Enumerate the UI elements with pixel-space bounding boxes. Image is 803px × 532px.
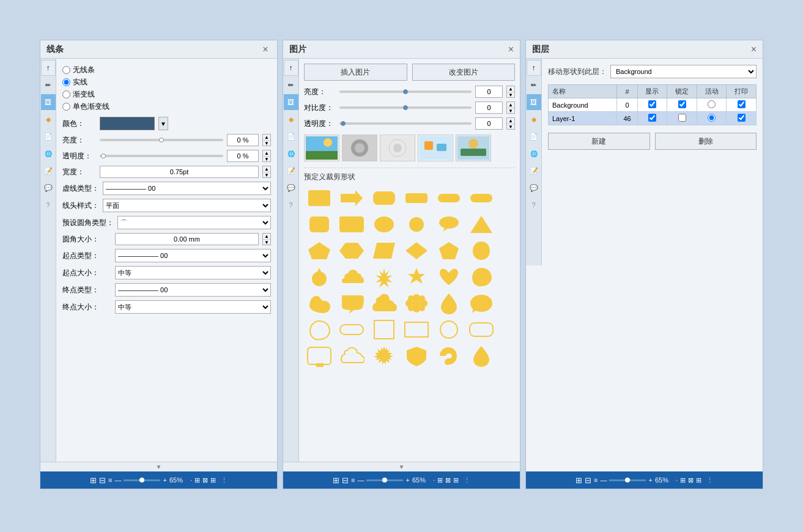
help-icon-3[interactable]: ? <box>527 197 541 213</box>
shape-wide-rounded[interactable] <box>434 186 464 210</box>
layer-1-show[interactable] <box>637 112 667 125</box>
layers-status-icon-6[interactable]: ⊠ <box>688 476 694 484</box>
layers-status-plus[interactable]: + <box>648 476 652 484</box>
shape-heart[interactable] <box>434 265 464 289</box>
new-layer-button[interactable]: 新建 <box>548 133 650 150</box>
shape-rect-outline[interactable] <box>401 317 432 342</box>
end-type-select[interactable]: —————— 00 <box>115 283 271 297</box>
img-contrast-slider[interactable] <box>339 106 472 109</box>
layers-status-icon-1[interactable]: ⊞ <box>575 476 582 485</box>
shape-circle-outline[interactable] <box>434 317 464 342</box>
shape-hexagon[interactable] <box>336 238 367 263</box>
color-swatch[interactable] <box>100 117 155 130</box>
shape-curly[interactable] <box>434 344 464 368</box>
corner-size-spin[interactable]: ▲ ▼ <box>262 233 271 245</box>
shape-circle[interactable] <box>401 212 432 237</box>
arrow-icon-2[interactable]: ↑ <box>284 60 298 76</box>
layers-status-icon-7[interactable]: ⊞ <box>696 476 701 484</box>
corner-type-select[interactable]: ⌒ <box>117 216 271 229</box>
img-status-icon-4[interactable]: · <box>433 476 435 484</box>
status-icon-3[interactable]: ≡ <box>108 476 112 484</box>
radio-gradient-line[interactable]: 渐变线 <box>62 89 271 100</box>
shape-triangle[interactable] <box>466 212 497 237</box>
layer-bg-show[interactable] <box>637 98 667 112</box>
img-status-icon-5[interactable]: ⊞ <box>437 476 443 484</box>
help-icon-1[interactable]: ? <box>41 197 56 213</box>
status-icon-6[interactable]: ⊠ <box>202 476 208 484</box>
img-opacity-slider[interactable] <box>339 122 472 125</box>
shape-stadium[interactable] <box>466 186 497 210</box>
layers-status-drag[interactable]: ⋮ <box>706 476 713 484</box>
image-icon-1[interactable]: 🖼 <box>41 94 56 110</box>
close-lines-button[interactable]: × <box>260 44 271 55</box>
thumbnail-5[interactable] <box>456 135 491 161</box>
brightness-value[interactable] <box>227 134 259 146</box>
status-icon-1[interactable]: ⊞ <box>90 476 97 485</box>
link-icon-1[interactable]: 📄 <box>41 128 56 144</box>
img-status-icon-7[interactable]: ⊞ <box>453 476 459 484</box>
image-scroll-down[interactable]: ▼ <box>283 462 520 471</box>
globe-icon-2[interactable]: 🌐 <box>284 146 298 161</box>
corner-size-value[interactable] <box>115 233 259 245</box>
change-image-button[interactable]: 改变图片 <box>412 64 516 81</box>
layers-status-icon-2[interactable]: ⊟ <box>585 476 591 485</box>
img-opacity-value[interactable] <box>475 117 503 130</box>
edit-icon-3[interactable]: 📝 <box>527 163 541 179</box>
shape-bump-rect[interactable] <box>336 212 367 237</box>
opacity-spin[interactable]: ▲ ▼ <box>262 150 271 162</box>
shape-rounded-sq[interactable] <box>304 212 335 237</box>
layer-1-active[interactable] <box>697 112 727 125</box>
status-icon-5[interactable]: ⊞ <box>194 476 200 484</box>
line-head-select[interactable]: 平面 <box>103 199 271 212</box>
shape-teardrop[interactable] <box>466 238 497 263</box>
img-status-drag[interactable]: ⋮ <box>464 476 470 484</box>
shape-cloud-outline[interactable] <box>336 344 367 368</box>
layer-bg-active[interactable] <box>697 98 727 112</box>
width-spin[interactable]: ▲ ▼ <box>262 166 271 178</box>
color-dropdown-arrow[interactable]: ▼ <box>158 117 168 130</box>
chat-icon-3[interactable]: 💬 <box>527 180 541 196</box>
thumbnail-3[interactable] <box>380 135 415 161</box>
radio-no-line[interactable]: 无线条 <box>62 65 271 75</box>
doc-icon-3[interactable]: 📄 <box>527 128 541 144</box>
shape-pentagon[interactable] <box>304 238 335 263</box>
shape-arrow[interactable] <box>336 186 367 210</box>
img-status-icon-2[interactable]: ⊟ <box>342 476 349 485</box>
arrow-icon-3[interactable]: ↑ <box>527 60 541 76</box>
status-drag[interactable]: ⋮ <box>221 476 228 484</box>
width-value[interactable] <box>100 166 259 178</box>
img-status-plus[interactable]: + <box>405 476 409 484</box>
shape-cloud[interactable] <box>336 265 367 289</box>
pencil-icon-2[interactable]: ✏ <box>284 77 298 93</box>
img-status-icon-1[interactable]: ⊞ <box>333 476 339 485</box>
shape-rounded-outline[interactable] <box>466 317 497 342</box>
shape-drop3[interactable] <box>434 291 464 316</box>
img-brightness-spin[interactable]: ▲ ▼ <box>506 86 515 98</box>
layers-status-minus[interactable]: — <box>600 476 607 484</box>
start-type-select[interactable]: —————— 00 <box>115 249 271 262</box>
shape-speech2[interactable] <box>336 291 367 316</box>
image-icon-3[interactable]: 🖼 <box>527 94 541 110</box>
shape-rounded-rect[interactable] <box>369 186 399 210</box>
shape-sq-outline[interactable] <box>369 317 399 342</box>
shape-rect[interactable] <box>304 186 335 210</box>
shape-blob-outline[interactable] <box>304 317 335 342</box>
brightness-spin[interactable]: ▲ ▼ <box>262 134 271 146</box>
edit-icon-2[interactable]: 📝 <box>284 163 298 179</box>
img-opacity-spin[interactable]: ▲ ▼ <box>506 117 515 130</box>
layer-1-lock[interactable] <box>667 112 697 125</box>
help-icon-2[interactable]: ? <box>284 197 298 213</box>
shape-icon-2[interactable]: ◆ <box>284 111 298 127</box>
shape-kidney[interactable] <box>304 291 335 316</box>
shape-concave[interactable] <box>434 238 464 263</box>
status-icon-2[interactable]: ⊟ <box>99 476 106 485</box>
thumbnail-4[interactable] <box>418 135 453 161</box>
status-icon-7[interactable]: ⊞ <box>210 476 216 484</box>
globe-icon-3[interactable]: 🌐 <box>527 146 541 161</box>
status-minus[interactable]: — <box>114 476 121 484</box>
thumbnail-1[interactable] <box>304 135 339 161</box>
pencil-icon-3[interactable]: ✏ <box>527 77 541 93</box>
shape-drop2[interactable] <box>304 265 335 289</box>
lines-scroll-down[interactable]: ▼ <box>40 462 277 471</box>
shape-cloud3[interactable] <box>466 291 497 316</box>
